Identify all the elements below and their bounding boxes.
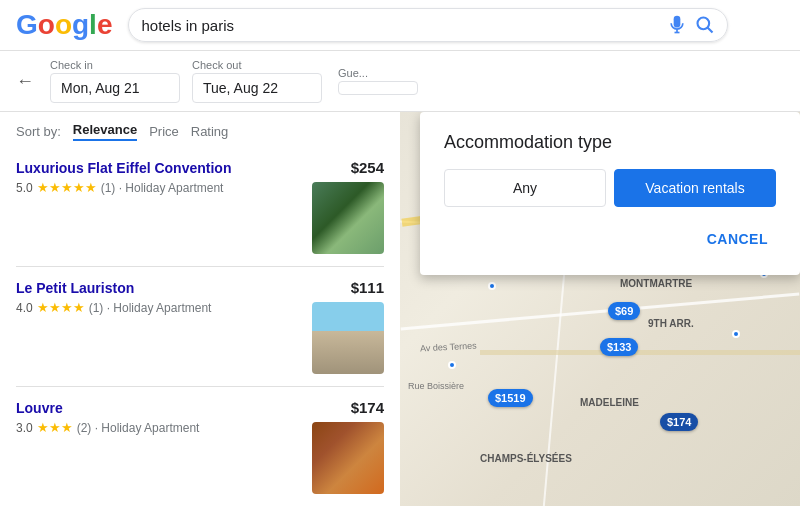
sort-relevance[interactable]: Relevance	[73, 122, 137, 141]
hotel-price-thumb-1: $254	[312, 159, 384, 254]
checkin-field: Check in Mon, Aug 21	[50, 59, 180, 103]
sort-row: Sort by: Relevance Price Rating	[16, 112, 384, 147]
hotel-item-3: Louvre 3.0 ★★★ (2) · Holiday Apartment $…	[16, 387, 384, 506]
hotel-info-1: Luxurious Flat Eiffel Convention 5.0 ★★★…	[16, 159, 300, 195]
left-panel: Sort by: Relevance Price Rating Luxuriou…	[0, 112, 400, 506]
search-icons	[667, 15, 715, 35]
hotel-rating-1: 5.0 ★★★★★ (1) · Holiday Apartment	[16, 180, 300, 195]
hotel-price-3: $174	[351, 399, 384, 416]
hotel-name-2[interactable]: Le Petit Lauriston	[16, 279, 300, 297]
hotel-thumb-1[interactable]	[312, 182, 384, 254]
mic-icon[interactable]	[667, 15, 687, 35]
map-panel[interactable]: SAINT-OUEN 17TH ARR. 18TH ARR. CLIGNANCO…	[400, 112, 800, 506]
hotel-rating-2: 4.0 ★★★★ (1) · Holiday Apartment	[16, 300, 300, 315]
cancel-button[interactable]: CANCEL	[699, 223, 776, 255]
checkout-label: Check out	[192, 59, 322, 71]
logo-o1: o	[38, 9, 55, 40]
hotel-price-thumb-3: $174	[312, 399, 384, 494]
rating-number-1: 5.0	[16, 181, 33, 195]
google-logo: Google	[16, 9, 112, 41]
rating-number-3: 3.0	[16, 421, 33, 435]
stars-3: ★★★	[37, 420, 73, 435]
hotel-price-2: $111	[351, 279, 384, 296]
hotel-item-2: Le Petit Lauriston 4.0 ★★★★ (1) · Holida…	[16, 267, 384, 387]
guests-label: Gue...	[338, 67, 418, 79]
filters-row: ← Check in Mon, Aug 21 Check out Tue, Au…	[0, 51, 800, 112]
search-input[interactable]	[141, 17, 667, 34]
logo-e: e	[97, 9, 113, 40]
sort-label: Sort by:	[16, 124, 61, 139]
stars-2: ★★★★	[37, 300, 85, 315]
option-vacation-rentals[interactable]: Vacation rentals	[614, 169, 776, 207]
svg-line-3	[708, 28, 713, 33]
accommodation-modal: Accommodation type Any Vacation rentals …	[420, 112, 800, 275]
sort-rating[interactable]: Rating	[191, 124, 229, 139]
hotel-rating-3: 3.0 ★★★ (2) · Holiday Apartment	[16, 420, 300, 435]
logo-o2: o	[55, 9, 72, 40]
reviews-1: (1) · Holiday Apartment	[101, 181, 224, 195]
hotel-thumb-2[interactable]	[312, 302, 384, 374]
rating-number-2: 4.0	[16, 301, 33, 315]
logo-g1: G	[16, 9, 38, 40]
back-button[interactable]: ←	[16, 71, 34, 92]
search-icon[interactable]	[695, 15, 715, 35]
checkout-input[interactable]: Tue, Aug 22	[192, 73, 322, 103]
hotel-name-1[interactable]: Luxurious Flat Eiffel Convention	[16, 159, 300, 177]
modal-options: Any Vacation rentals	[444, 169, 776, 207]
sort-price[interactable]: Price	[149, 124, 179, 139]
search-bar	[128, 8, 728, 42]
checkout-field: Check out Tue, Aug 22	[192, 59, 322, 103]
guests-input[interactable]	[338, 81, 418, 95]
option-any[interactable]: Any	[444, 169, 606, 207]
reviews-3: (2) · Holiday Apartment	[77, 421, 200, 435]
svg-point-2	[698, 18, 710, 30]
stars-1: ★★★★★	[37, 180, 97, 195]
hotel-item-1: Luxurious Flat Eiffel Convention 5.0 ★★★…	[16, 147, 384, 267]
date-group: Check in Mon, Aug 21 Check out Tue, Aug …	[50, 59, 322, 103]
modal-footer: CANCEL	[444, 223, 776, 255]
hotel-info-3: Louvre 3.0 ★★★ (2) · Holiday Apartment	[16, 399, 300, 435]
hotel-info-2: Le Petit Lauriston 4.0 ★★★★ (1) · Holida…	[16, 279, 300, 315]
main-content: Sort by: Relevance Price Rating Luxuriou…	[0, 112, 800, 506]
hotel-thumb-3[interactable]	[312, 422, 384, 494]
hotel-price-1: $254	[351, 159, 384, 176]
hotel-price-thumb-2: $111	[312, 279, 384, 374]
reviews-2: (1) · Holiday Apartment	[89, 301, 212, 315]
modal-title: Accommodation type	[444, 132, 776, 153]
checkin-label: Check in	[50, 59, 180, 71]
hotel-name-3[interactable]: Louvre	[16, 399, 300, 417]
logo-g2: g	[72, 9, 89, 40]
header: Google	[0, 0, 800, 51]
modal-overlay: Accommodation type Any Vacation rentals …	[400, 112, 800, 506]
logo-l: l	[89, 9, 97, 40]
guests-field: Gue...	[338, 67, 418, 95]
checkin-input[interactable]: Mon, Aug 21	[50, 73, 180, 103]
